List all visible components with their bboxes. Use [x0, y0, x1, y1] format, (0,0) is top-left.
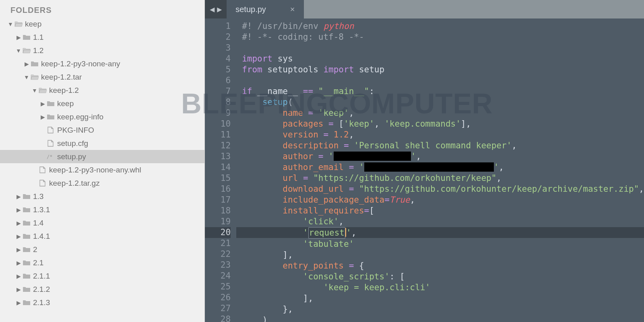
- tree-row-keep[interactable]: ▼keep: [0, 17, 204, 31]
- tree-row-1.3.1[interactable]: ▶1.3.1: [0, 203, 204, 216]
- tree-row-2[interactable]: ▶2: [0, 243, 204, 256]
- line-number: 11: [205, 129, 231, 140]
- tree-row-targz[interactable]: keep-1.2.tar.gz: [0, 176, 204, 190]
- redacted-text: [334, 152, 411, 161]
- code-line: },: [242, 304, 644, 315]
- chevron-down-icon: ▼: [23, 74, 30, 80]
- fileasterisk-icon: [47, 153, 55, 160]
- tab-title: setup.py: [235, 5, 266, 14]
- code-line: version = 1.2,: [242, 129, 644, 140]
- folder-tree: ▼keep▶1.1▼1.2▶keep-1.2-py3-none-any▼keep…: [0, 17, 204, 309]
- tree-label: keep-1.2: [49, 86, 79, 95]
- code-line: include_package_data=True,: [242, 195, 644, 205]
- tree-row-keepf[interactable]: ▶keep: [0, 97, 204, 110]
- tree-row-2.1.2[interactable]: ▶2.1.2: [0, 283, 204, 296]
- code-line: author_email = '',: [242, 162, 644, 173]
- line-number: 5: [205, 64, 231, 75]
- tree-row-1.3[interactable]: ▶1.3: [0, 190, 204, 203]
- tree-label: 1.1: [33, 33, 43, 42]
- folder-closed-icon: [23, 246, 31, 253]
- tree-label: keep-1.2-py3-none-any: [41, 59, 120, 68]
- tree-row-egg[interactable]: ▶keep.egg-info: [0, 110, 204, 123]
- chevron-down-icon: ▼: [7, 21, 14, 27]
- code-line: url = "https://github.com/orkohunter/kee…: [242, 173, 644, 184]
- line-number: 7: [205, 86, 231, 97]
- tree-label: 1.3: [33, 192, 43, 201]
- tree-row-pkginfo[interactable]: PKG-INFO: [0, 123, 204, 137]
- folder-closed-icon: [23, 299, 31, 306]
- tree-row-2.1[interactable]: ▶2.1: [0, 256, 204, 269]
- tree-row-whl[interactable]: keep-1.2-py3-none-any.whl: [0, 163, 204, 176]
- folder-closed-icon: [23, 233, 31, 240]
- tab-setup-py[interactable]: setup.py ×: [227, 0, 303, 18]
- code-line: name = 'keep',: [242, 108, 644, 119]
- chevron-right-icon: ▶: [15, 299, 22, 306]
- chevron-right-icon: ▶: [23, 61, 30, 67]
- chevron-right-icon: ▶: [15, 233, 22, 240]
- chevron-right-icon: ▶: [15, 193, 22, 200]
- folder-open-icon: [31, 74, 39, 80]
- code-line: description = 'Personal shell command ke…: [242, 140, 644, 151]
- chevron-down-icon: ▼: [15, 47, 22, 54]
- line-number: 14: [205, 162, 231, 173]
- tab-bar: ◀ ▶ setup.py ×: [205, 0, 644, 18]
- folder-open-icon: [39, 87, 47, 94]
- file-icon: [47, 140, 55, 147]
- line-number: 22: [205, 249, 231, 260]
- tree-row-setuppy[interactable]: setup.py: [0, 150, 204, 163]
- sidebar: FOLDERS ▼keep▶1.1▼1.2▶keep-1.2-py3-none-…: [0, 0, 205, 322]
- code-line: #! /usr/bin/env python: [242, 21, 644, 32]
- tree-row-k12[interactable]: ▼keep-1.2: [0, 84, 204, 97]
- tree-label: setup.py: [57, 152, 86, 161]
- tree-row-2.1.1[interactable]: ▶2.1.1: [0, 269, 204, 283]
- search-highlight: request: [308, 227, 346, 239]
- chevron-right-icon: ▶: [15, 246, 22, 253]
- line-number-gutter: 1234567891011121314151617181920212223242…: [205, 18, 236, 322]
- close-icon[interactable]: ×: [290, 5, 295, 14]
- line-number: 23: [205, 260, 231, 271]
- chevron-right-icon: ▶: [15, 34, 22, 41]
- code-editor[interactable]: #! /usr/bin/env python#! -*- coding: utf…: [236, 18, 644, 322]
- tree-row-1.4.1[interactable]: ▶1.4.1: [0, 230, 204, 243]
- chevron-right-icon: ▶: [15, 273, 22, 279]
- folder-closed-icon: [23, 259, 31, 266]
- redacted-text: [364, 162, 494, 172]
- code-line: 'keep = keep.cli:cli': [242, 282, 644, 293]
- line-number: 18: [205, 205, 231, 216]
- tree-label: setup.cfg: [57, 139, 88, 148]
- chevron-right-icon: ▶: [39, 100, 46, 107]
- tree-row-setupcfg[interactable]: setup.cfg: [0, 137, 204, 150]
- code-line: if __name__ == "__main__":: [242, 86, 644, 97]
- code-line: from setuptools import setup: [242, 64, 644, 75]
- line-number: 4: [205, 53, 231, 64]
- line-number: 27: [205, 303, 231, 314]
- code-line: ],: [242, 250, 644, 260]
- chevron-right-icon: ▶: [15, 260, 22, 266]
- code-line: 'click',: [242, 216, 644, 227]
- folder-closed-icon: [23, 286, 31, 293]
- code-line: ],: [242, 293, 644, 304]
- folder-open-icon: [23, 47, 31, 54]
- file-icon: [39, 166, 47, 173]
- tree-label: 2.1: [33, 258, 43, 267]
- history-back-icon[interactable]: ◀: [210, 4, 215, 14]
- chevron-right-icon: ▶: [15, 220, 22, 226]
- code-line: author = '',: [242, 151, 644, 162]
- folder-open-icon: [14, 21, 23, 27]
- history-forward-icon[interactable]: ▶: [217, 4, 222, 14]
- tree-row-1.1[interactable]: ▶1.1: [0, 31, 204, 44]
- tree-label: 2.1.1: [33, 272, 50, 281]
- tree-row-1.4[interactable]: ▶1.4: [0, 216, 204, 230]
- tree-label: keep-1.2.tar: [41, 73, 82, 82]
- tree-row-ktar[interactable]: ▼keep-1.2.tar: [0, 70, 204, 84]
- line-number: 1: [205, 21, 231, 32]
- tree-row-1.2[interactable]: ▼1.2: [0, 44, 204, 57]
- tree-label: 2.1.2: [33, 285, 50, 294]
- folder-closed-icon: [23, 206, 31, 213]
- tree-label: 1.4.1: [33, 232, 50, 241]
- tree-row-2.1.3[interactable]: ▶2.1.3: [0, 296, 204, 309]
- line-number: 26: [205, 292, 231, 303]
- tree-row-kp3[interactable]: ▶keep-1.2-py3-none-any: [0, 57, 204, 70]
- tree-label: 2: [33, 245, 37, 254]
- tree-label: keep: [25, 20, 41, 29]
